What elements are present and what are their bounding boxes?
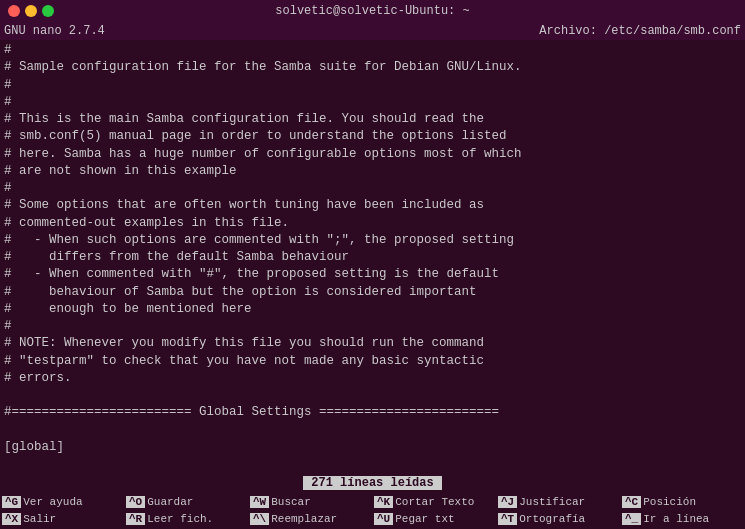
menu-item-1-4[interactable]: ^T Ortografía [498,513,618,525]
menu-item-1-0[interactable]: ^X Salir [2,513,122,525]
menu-label-1-3: Pegar txt [395,513,454,525]
menu-label-0-1: Guardar [147,496,193,508]
menu-label-0-2: Buscar [271,496,311,508]
menu-label-0-0: Ver ayuda [23,496,82,508]
menu-label-0-4: Justificar [519,496,585,508]
minimize-button[interactable] [25,5,37,17]
menu-label-1-1: Leer fich. [147,513,213,525]
close-button[interactable] [8,5,20,17]
menu-key-0-0: ^G [2,496,21,508]
menu-item-0-2[interactable]: ^W Buscar [250,496,370,508]
menu-row-1: ^X Salir^R Leer fich.^\ Reemplazar^U Peg… [2,513,743,525]
menu-key-0-3: ^K [374,496,393,508]
status-message: 271 líneas leídas [303,476,441,490]
menu-item-1-1[interactable]: ^R Leer fich. [126,513,246,525]
menu-key-1-1: ^R [126,513,145,525]
maximize-button[interactable] [42,5,54,17]
menu-label-1-4: Ortografía [519,513,585,525]
menu-label-1-5: Ir a línea [643,513,709,525]
menu-label-1-0: Salir [23,513,56,525]
menu-key-0-5: ^C [622,496,641,508]
menu-label-0-3: Cortar Texto [395,496,474,508]
nano-filename: Archivo: /etc/samba/smb.conf [539,24,741,38]
menu-label-0-5: Posición [643,496,696,508]
status-bar: 271 líneas leídas [0,474,745,492]
menu-label-1-2: Reemplazar [271,513,337,525]
menu-item-0-1[interactable]: ^O Guardar [126,496,246,508]
menu-item-0-4[interactable]: ^J Justificar [498,496,618,508]
menu-item-1-2[interactable]: ^\ Reemplazar [250,513,370,525]
menu-key-0-2: ^W [250,496,269,508]
menu-bar: ^G Ver ayuda^O Guardar^W Buscar^K Cortar… [0,492,745,529]
nano-header: GNU nano 2.7.4 Archivo: /etc/samba/smb.c… [0,22,745,40]
menu-item-0-3[interactable]: ^K Cortar Texto [374,496,494,508]
menu-item-1-3[interactable]: ^U Pegar txt [374,513,494,525]
menu-key-1-3: ^U [374,513,393,525]
menu-key-0-4: ^J [498,496,517,508]
menu-item-0-5[interactable]: ^C Posición [622,496,742,508]
nano-version: GNU nano 2.7.4 [4,24,105,38]
title-bar: solvetic@solvetic-Ubuntu: ~ [0,0,745,22]
menu-row-0: ^G Ver ayuda^O Guardar^W Buscar^K Cortar… [2,496,743,508]
menu-item-0-0[interactable]: ^G Ver ayuda [2,496,122,508]
window-controls[interactable] [8,5,54,17]
menu-key-1-5: ^_ [622,513,641,525]
menu-item-1-5[interactable]: ^_ Ir a línea [622,513,742,525]
menu-key-0-1: ^O [126,496,145,508]
editor-content[interactable]: # # Sample configuration file for the Sa… [0,40,745,474]
window-title: solvetic@solvetic-Ubuntu: ~ [275,4,469,18]
menu-key-1-0: ^X [2,513,21,525]
menu-key-1-2: ^\ [250,513,269,525]
menu-key-1-4: ^T [498,513,517,525]
